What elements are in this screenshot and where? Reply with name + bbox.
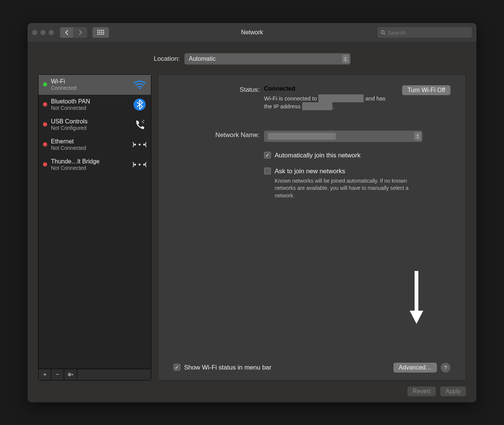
interface-name: Ethernet <box>51 138 129 145</box>
svg-point-21 <box>143 143 145 145</box>
interface-status: Connected <box>51 85 129 91</box>
sidebar-item-thunderbolt-bridge[interactable]: Thunde…lt Bridge Not Connected <box>38 155 151 175</box>
location-dropdown[interactable]: Automatic <box>184 53 350 65</box>
add-interface-button[interactable]: ＋ <box>38 369 51 380</box>
zoom-window-button[interactable] <box>49 30 54 35</box>
redacted-network-name <box>268 133 336 140</box>
help-button[interactable]: ? <box>441 363 450 373</box>
svg-point-17 <box>143 122 144 123</box>
search-input[interactable] <box>388 29 469 36</box>
svg-point-22 <box>134 163 136 165</box>
ethernet-icon <box>133 138 146 151</box>
auto-join-row: Automatically join this network Ask to j… <box>174 147 450 200</box>
sidebar-toolbar: ＋ − ✻▾ <box>38 369 151 380</box>
svg-rect-1 <box>99 30 100 31</box>
ask-to-join-checkbox[interactable] <box>264 168 271 174</box>
search-box[interactable] <box>378 27 472 38</box>
ethernet-icon <box>133 158 146 171</box>
interface-status: Not Connected <box>51 145 129 151</box>
svg-point-18 <box>143 120 144 121</box>
dropdown-stepper-icon <box>342 55 349 63</box>
main-panes: Wi-Fi Connected Bluetooth PAN Not Connec… <box>38 74 466 380</box>
interface-name: Bluetooth PAN <box>51 98 129 105</box>
show-status-checkbox[interactable] <box>174 364 180 371</box>
svg-point-24 <box>143 163 145 165</box>
interface-status: Not Configured <box>51 125 129 131</box>
interface-list: Wi-Fi Connected Bluetooth PAN Not Connec… <box>38 75 151 369</box>
auto-join-checkbox[interactable] <box>264 152 271 159</box>
interface-name: USB Controls <box>51 118 129 125</box>
status-dot-icon <box>43 122 47 126</box>
svg-rect-3 <box>103 30 104 31</box>
svg-point-19 <box>134 143 136 145</box>
traffic-lights <box>32 30 54 35</box>
status-dot-icon <box>43 82 47 86</box>
show-status-label: Show Wi-Fi status in menu bar <box>184 364 271 371</box>
svg-line-13 <box>384 33 385 34</box>
ask-to-join-help: Known networks will be joined automatica… <box>275 177 426 200</box>
close-window-button[interactable] <box>32 30 37 35</box>
svg-rect-2 <box>101 30 102 31</box>
titlebar: Network <box>28 23 476 43</box>
interface-status: Not Connected <box>51 165 129 171</box>
interface-sidebar: Wi-Fi Connected Bluetooth PAN Not Connec… <box>38 74 151 380</box>
annotation-arrow-icon <box>409 271 424 324</box>
network-preferences-window: Network Location: Automatic Wi-Fi <box>28 23 476 402</box>
svg-point-16 <box>142 121 143 122</box>
location-value: Automatic <box>189 55 216 62</box>
dropdown-stepper-icon <box>414 132 421 140</box>
back-button[interactable] <box>60 27 74 38</box>
sidebar-item-ethernet[interactable]: Ethernet Not Connected <box>38 135 151 155</box>
status-dot-icon <box>43 162 47 166</box>
redacted-ip: XXXXXXXX <box>302 102 332 110</box>
show-all-button[interactable] <box>92 27 109 38</box>
svg-point-23 <box>139 163 141 165</box>
advanced-button[interactable]: Advanced… <box>393 363 437 373</box>
redacted-ssid: XXXXXXXXXXXX <box>318 94 364 102</box>
apply-button[interactable]: Apply <box>440 387 466 396</box>
network-name-dropdown[interactable] <box>264 131 423 142</box>
grid-icon <box>97 30 104 35</box>
svg-marker-26 <box>410 311 423 324</box>
footer-buttons: Revert Apply <box>38 380 466 396</box>
interface-name: Thunde…lt Bridge <box>51 158 129 165</box>
phone-icon <box>133 118 146 131</box>
status-dot-icon <box>43 142 47 146</box>
location-label: Location: <box>154 55 180 63</box>
wifi-icon <box>133 78 146 91</box>
sidebar-item-wifi[interactable]: Wi-Fi Connected <box>38 75 151 95</box>
svg-point-12 <box>381 31 384 34</box>
detail-bottom-bar: Show Wi-Fi status in menu bar Advanced… … <box>174 363 450 373</box>
detail-pane: Status: Connected Wi-Fi is connected to … <box>158 74 466 380</box>
status-label: Status: <box>174 85 264 110</box>
nav-buttons <box>60 27 87 38</box>
status-value: Connected <box>264 85 395 92</box>
remove-interface-button[interactable]: − <box>51 369 64 380</box>
window-title: Network <box>241 29 263 36</box>
forward-button[interactable] <box>74 27 87 38</box>
minimize-window-button[interactable] <box>40 30 46 35</box>
svg-rect-7 <box>103 32 104 33</box>
sidebar-item-usb-controls[interactable]: USB Controls Not Configured <box>38 115 151 135</box>
network-name-label: Network Name: <box>174 131 264 142</box>
content-area: Location: Automatic Wi-Fi Connected <box>28 43 476 402</box>
interface-name: Wi-Fi <box>51 78 129 85</box>
location-row: Location: Automatic <box>38 53 466 65</box>
interface-action-menu[interactable]: ✻▾ <box>64 369 77 380</box>
turn-wifi-off-button[interactable]: Turn Wi-Fi Off <box>402 85 450 95</box>
chevron-right-icon <box>78 30 82 35</box>
sidebar-item-bluetooth[interactable]: Bluetooth PAN Not Connected <box>38 95 151 115</box>
search-icon <box>381 30 386 35</box>
network-name-row: Network Name: <box>174 131 450 142</box>
status-row: Status: Connected Wi-Fi is connected to … <box>174 85 450 110</box>
revert-button[interactable]: Revert <box>407 387 436 396</box>
svg-point-20 <box>139 143 141 145</box>
svg-rect-5 <box>99 32 100 33</box>
svg-rect-9 <box>99 34 100 35</box>
svg-rect-0 <box>97 30 98 31</box>
interface-status: Not Connected <box>51 105 129 111</box>
svg-rect-11 <box>103 34 104 35</box>
ask-to-join-label: Ask to join new networks <box>275 168 345 175</box>
status-dot-icon <box>43 102 47 106</box>
svg-point-14 <box>139 88 140 89</box>
